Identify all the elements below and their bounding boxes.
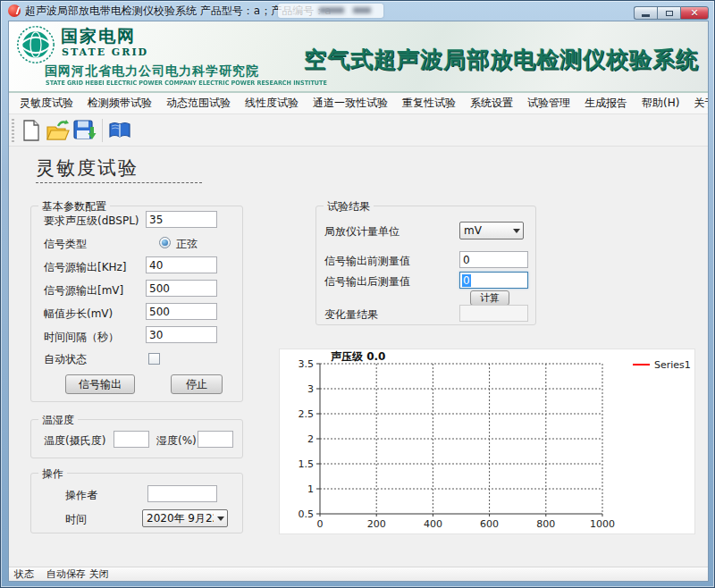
sound-pressure-label: 要求声压级(dBSPL) [44,214,139,229]
test-result-group-label: 试验结果 [324,199,374,214]
svg-text:200: 200 [367,518,386,530]
sound-pressure-chart: 020040060080010000.511.522.533.5声压级 0.0S… [279,349,695,534]
auto-state-label: 自动状态 [44,352,87,367]
temperature-input[interactable] [114,431,149,448]
date-picker-value: 2020年 9月22日 [143,511,214,526]
calculate-button[interactable]: 计算 [470,290,509,306]
before-measure-input[interactable] [459,251,528,268]
basic-params-group-label: 基本参数配置 [38,199,110,214]
interval-label: 时间间隔（秒） [44,330,119,345]
after-measure-input[interactable]: 0 [459,272,528,289]
sine-radio[interactable] [159,237,171,248]
step-input[interactable] [146,303,217,320]
operator-label: 操作者 [65,488,97,503]
signal-output-button[interactable]: 信号输出 [65,374,135,394]
close-button[interactable]: ✕ [680,6,709,20]
svg-text:0: 0 [317,518,324,530]
system-title: 空气式超声波局部放电检测仪校验系统 [304,45,699,74]
source-mv-input[interactable] [146,280,217,297]
status-bar: 状态 自动保存 关闭 [9,567,708,581]
sound-pressure-input[interactable] [146,211,217,228]
title-bar[interactable]: 超声波局部放电带电检测仪校验系统 产品型号：a；产品编号：a ✕ [1,1,714,21]
svg-text:1000: 1000 [590,518,615,530]
humidity-label: 湿度(%) [156,433,197,449]
source-freq-label: 信号源输出[KHz] [44,260,127,275]
new-file-icon [21,120,41,141]
menu-about[interactable]: 关于(A) [686,93,709,113]
redacted-text-blur [278,4,383,18]
header-banner: 国家电网 STATE GRID 国网河北省电力公司电力科学研究院 STATE G… [9,21,708,93]
after-measure-selected-text: 0 [462,274,471,287]
svg-text:1: 1 [307,483,314,495]
delta-result-label: 变化量结果 [324,307,378,323]
app-window: 超声波局部放电带电检测仪校验系统 产品型号：a；产品编号：a ✕ 国家电网 ST… [0,0,715,588]
menu-bar: 灵敏度试验 检测频带试验 动态范围试验 线性度试验 通道一致性试验 重复性试验 … [9,93,708,114]
menu-linearity-test[interactable]: 线性度试验 [238,93,306,113]
svg-text:400: 400 [424,518,442,530]
chevron-down-icon [214,510,227,526]
menu-detection-band-test[interactable]: 检测频带试验 [80,93,159,113]
operator-input[interactable] [147,485,217,502]
operation-group-label: 操作 [38,466,67,482]
test-result-group: 试验结果 局放仪计量单位 mV 信号输出前测量值 信号输出后测量值 0 计算 变… [315,206,536,325]
auto-state-checkbox[interactable] [148,353,160,365]
menu-generate-report[interactable]: 生成报告 [577,93,635,113]
page-title-underline [36,182,202,183]
menu-help[interactable]: 帮助(H) [635,93,686,113]
svg-text:3: 3 [307,383,314,395]
humidity-input[interactable] [198,431,233,448]
delta-result-output [459,305,528,322]
svg-text:800: 800 [536,518,555,530]
sine-radio-label: 正弦 [176,237,198,252]
stop-button[interactable]: 停止 [171,374,223,394]
before-measure-label: 信号输出前测量值 [324,254,410,269]
menu-channel-consistency-test[interactable]: 通道一致性试验 [306,93,395,113]
state-grid-logo [16,25,55,64]
date-picker[interactable]: 2020年 9月22日 [142,509,228,527]
toolbar-separator [102,119,103,142]
svg-text:声压级 0.0: 声压级 0.0 [331,350,385,363]
toolbar-grip [12,119,14,142]
svg-text:2: 2 [307,433,314,445]
new-file-button[interactable] [18,117,45,144]
unit-dropdown[interactable]: mV [459,222,524,239]
book-icon [108,121,131,140]
menu-sensitivity-test[interactable]: 灵敏度试验 [13,93,80,113]
source-freq-input[interactable] [146,256,217,273]
after-measure-label: 信号输出后测量值 [324,274,410,290]
step-label: 幅值步长(mV) [44,307,113,322]
toolbar [9,114,708,147]
menu-repeatability-test[interactable]: 重复性试验 [395,93,463,113]
source-mv-label: 信号源输出[mV] [44,283,123,298]
main-content: 灵敏度试验 基本参数配置 要求声压级(dBSPL) 信号类型 正弦 信号源输出[… [9,147,708,567]
maximize-button[interactable] [657,6,680,20]
page-title: 灵敏度试验 [36,155,139,181]
open-file-button[interactable] [45,117,72,144]
save-icon [73,120,97,141]
status-autosave: 自动保存 关闭 [46,567,109,581]
time-label: 时间 [65,512,87,527]
brand-name-en: STATE GRID [62,46,148,58]
status-state: 状态 [14,567,34,581]
save-button[interactable] [72,117,98,144]
svg-text:2.5: 2.5 [299,408,315,420]
svg-text:3.5: 3.5 [299,358,315,370]
brand-name-cn: 国家电网 [61,25,136,48]
app-icon [8,4,21,17]
operation-group: 操作 操作者 时间 2020年 9月22日 [30,473,243,533]
svg-text:Series1: Series1 [654,359,691,371]
menu-test-management[interactable]: 试验管理 [520,93,577,113]
organization-name-en: STATE GRID HEBEI ELECTRIC POWER COMPANY … [46,80,327,87]
minimize-button[interactable] [634,6,657,20]
temp-humidity-group-label: 温湿度 [38,413,78,428]
unit-dropdown-value: mV [460,224,509,237]
menu-system-settings[interactable]: 系统设置 [463,93,520,113]
menu-dynamic-range-test[interactable]: 动态范围试验 [159,93,238,113]
svg-text:600: 600 [480,518,499,530]
help-book-button[interactable] [106,117,133,144]
basic-params-group: 基本参数配置 要求声压级(dBSPL) 信号类型 正弦 信号源输出[KHz] 信… [30,206,243,402]
interval-input[interactable] [146,326,217,343]
open-folder-icon [46,120,70,141]
chart-canvas: 020040060080010000.511.522.533.5声压级 0.0S… [280,349,696,535]
svg-text:1.5: 1.5 [299,458,315,470]
